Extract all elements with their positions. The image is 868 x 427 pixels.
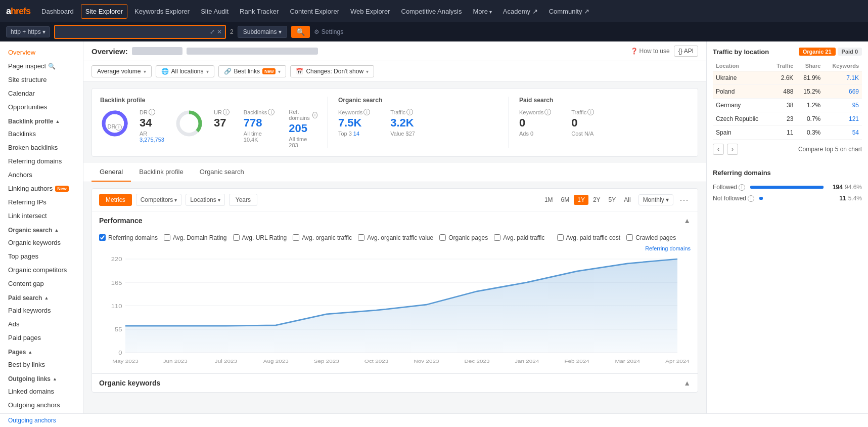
nav-rank-tracker[interactable]: Rank Tracker [236, 5, 283, 18]
changes-filter[interactable]: 📅 Changes: Don't show [290, 65, 374, 77]
url-input[interactable] [58, 28, 208, 35]
svg-text:55: 55 [115, 326, 122, 333]
time-5y[interactable]: 5Y [605, 195, 620, 205]
keywords-link[interactable]: 7.1K [846, 74, 859, 81]
sidebar-section-pages[interactable]: Pages [0, 345, 83, 358]
sidebar-item-overview[interactable]: Overview [0, 46, 83, 59]
ref-domain-bar [759, 197, 763, 200]
sidebar-item-opportunities[interactable]: Opportunities [0, 100, 83, 114]
external-link-icon[interactable]: ⤢ [210, 28, 215, 35]
organic-tab[interactable]: Organic 21 [799, 48, 836, 56]
dr-ar-link[interactable]: 3,275,753 [140, 137, 164, 143]
paid-traffic-stat: Traffic i 0 Cost N/A [571, 109, 594, 137]
logo[interactable]: ahrefs [6, 6, 30, 17]
sidebar-item-ads[interactable]: Ads [0, 317, 83, 331]
sidebar-item-page-inspect[interactable]: Page inspect 🔍 [0, 59, 83, 73]
tab-backlink-profile[interactable]: Backlink profile [131, 163, 191, 182]
sidebar-item-organic-keywords[interactable]: Organic keywords [0, 236, 83, 249]
nav-more[interactable]: More [469, 5, 495, 18]
next-arrow[interactable]: › [727, 144, 738, 155]
time-all[interactable]: All [620, 195, 634, 205]
paid-tab[interactable]: Paid 0 [838, 48, 862, 56]
competitors-tab[interactable]: Competitors [136, 194, 182, 206]
prev-arrow[interactable]: ‹ [713, 144, 724, 155]
keywords-link[interactable]: 121 [849, 115, 859, 122]
sidebar-section-backlink-profile[interactable]: Backlink profile [0, 114, 83, 127]
best-links-filter[interactable]: 🔗 Best links New [218, 65, 287, 77]
sidebar-item-paid-keywords[interactable]: Paid keywords [0, 304, 83, 317]
nav-competitive-analysis[interactable]: Competitive Analysis [397, 5, 466, 18]
sidebar-item-link-intersect[interactable]: Link intersect [0, 209, 83, 223]
sidebar-section-outgoing-links[interactable]: Outgoing links [0, 371, 83, 385]
cell-keywords[interactable]: 669 [824, 85, 862, 99]
cell-keywords[interactable]: 95 [824, 99, 862, 112]
cell-keywords[interactable]: 7.1K [824, 71, 862, 85]
how-to-button[interactable]: ❓ How to use [630, 48, 670, 55]
keywords-link[interactable]: 95 [852, 102, 859, 109]
sidebar-item-content-gap[interactable]: Content gap [0, 277, 83, 290]
time-2y[interactable]: 2Y [589, 195, 604, 205]
search-button[interactable]: 🔍 [291, 26, 310, 38]
metrics-tab[interactable]: Metrics [99, 194, 132, 206]
metric-avg-url-rating[interactable]: Avg. URL Rating [233, 234, 287, 241]
sidebar-item-outgoing-anchors[interactable]: Outgoing anchors [0, 398, 83, 412]
cell-keywords[interactable]: 54 [824, 126, 862, 140]
locations-tab[interactable]: Locations [186, 194, 224, 206]
avg-volume-filter[interactable]: Average volume [92, 65, 152, 77]
time-1y[interactable]: 1Y [574, 195, 588, 205]
close-icon[interactable]: ✕ [217, 28, 222, 35]
nav-site-explorer[interactable]: Site Explorer [81, 4, 127, 19]
frequency-button[interactable]: Monthly [638, 194, 673, 205]
keywords-link[interactable]: 669 [849, 88, 859, 95]
settings-button[interactable]: ⚙ Settings [314, 28, 343, 35]
years-tab[interactable]: Years [229, 194, 257, 206]
sidebar-item-calendar[interactable]: Calendar [0, 87, 83, 100]
protocol-selector[interactable]: http + https [6, 26, 50, 37]
nav-web-explorer[interactable]: Web Explorer [346, 5, 394, 18]
sidebar-item-anchors[interactable]: Anchors [0, 168, 83, 182]
sidebar-item-referring-ips[interactable]: Referring IPs [0, 195, 83, 209]
metric-avg-organic-traffic[interactable]: Avg. organic traffic [293, 234, 352, 241]
organic-keywords-collapse[interactable]: ▲ [683, 379, 691, 387]
sidebar-item-paid-pages[interactable]: Paid pages [0, 331, 83, 345]
nav-keywords-explorer[interactable]: Keywords Explorer [130, 5, 194, 18]
sidebar-section-organic-search[interactable]: Organic search [0, 223, 83, 236]
sidebar-item-organic-competitors[interactable]: Organic competitors [0, 263, 83, 277]
sidebar-item-linking-authors[interactable]: Linking authors New [0, 182, 83, 195]
metric-avg-paid-traffic-cost[interactable]: Avg. paid traffic cost [557, 234, 621, 241]
organic-top3-link[interactable]: 14 [353, 131, 359, 137]
metric-referring-domains[interactable]: Referring domains [99, 234, 158, 241]
cell-keywords[interactable]: 121 [824, 112, 862, 126]
sidebar-item-site-structure[interactable]: Site structure [0, 73, 83, 87]
more-options-icon[interactable]: ⋯ [677, 194, 691, 205]
sidebar-item-best-by-links[interactable]: Best by links [0, 358, 83, 371]
tab-organic-search[interactable]: Organic search [192, 163, 252, 182]
sidebar-item-referring-domains[interactable]: Referring domains [0, 154, 83, 168]
locations-filter[interactable]: 🌐 All locations [156, 65, 214, 77]
time-6m[interactable]: 6M [558, 195, 573, 205]
nav-content-explorer[interactable]: Content Explorer [286, 5, 343, 18]
sidebar-item-top-pages[interactable]: Top pages [0, 249, 83, 263]
collapse-button[interactable]: ▲ [683, 217, 691, 225]
nav-site-audit[interactable]: Site Audit [197, 5, 233, 18]
api-button[interactable]: {} API [674, 46, 698, 57]
tab-general[interactable]: General [92, 163, 131, 182]
nav-community[interactable]: Community ↗ [545, 5, 593, 18]
metric-avg-paid-traffic[interactable]: Avg. paid traffic [494, 234, 544, 241]
bottom-bar[interactable]: Outgoing anchors [0, 413, 868, 427]
metric-organic-pages[interactable]: Organic pages [439, 234, 488, 241]
sidebar-item-backlinks[interactable]: Backlinks [0, 127, 83, 141]
nav-dashboard[interactable]: Dashboard [37, 5, 78, 18]
sidebar-item-broken-backlinks[interactable]: Broken backlinks [0, 141, 83, 154]
sidebar-item-linked-domains[interactable]: Linked domains [0, 385, 83, 398]
keywords-link[interactable]: 54 [852, 129, 859, 136]
metric-crawled-pages[interactable]: Crawled pages [626, 234, 676, 241]
metric-avg-domain-rating[interactable]: Avg. Domain Rating [164, 234, 227, 241]
metric-avg-organic-traffic-value[interactable]: Avg. organic traffic value [358, 234, 433, 241]
nav-academy[interactable]: Academy ↗ [499, 5, 542, 18]
svg-text:Aug 2023: Aug 2023 [263, 358, 289, 363]
cell-share: 0.7% [796, 112, 824, 126]
sidebar-section-paid-search[interactable]: Paid search [0, 290, 83, 304]
subdomains-button[interactable]: Subdomains [238, 26, 287, 38]
time-1m[interactable]: 1M [541, 195, 557, 205]
